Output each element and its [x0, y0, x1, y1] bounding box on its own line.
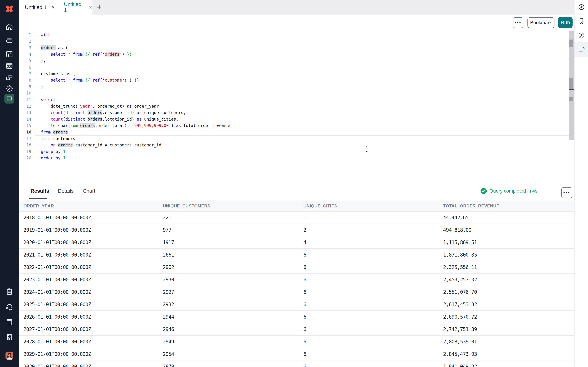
- code-token: [51, 130, 53, 134]
- code-line[interactable]: [41, 64, 567, 71]
- clipboard-icon[interactable]: [6, 288, 13, 296]
- code-line[interactable]: ): [41, 83, 567, 90]
- run-button-label: Run: [561, 20, 570, 25]
- table-row[interactable]: 2021-01-01T00:00:00.000Z266161,871,800.8…: [19, 249, 574, 261]
- bookmarks-icon[interactable]: [574, 14, 588, 28]
- table-row[interactable]: 2023-01-01T00:00:00.000Z293062,453,253.3…: [19, 274, 574, 286]
- dashboard-icon[interactable]: [6, 50, 13, 58]
- code-token: (: [70, 71, 75, 76]
- headset-support-icon[interactable]: [6, 303, 13, 311]
- table-row[interactable]: 2024-01-01T00:00:00.000Z292762,551,076.7…: [19, 286, 574, 298]
- new-tab-button[interactable]: +: [94, 2, 104, 12]
- bookmark-button[interactable]: Bookmark: [527, 17, 554, 28]
- query-status-text: Query completed in 4s: [489, 188, 537, 194]
- tab-close-icon[interactable]: ✕: [51, 4, 55, 10]
- code-line[interactable]: count(distinct orders.location_id) as un…: [41, 116, 567, 123]
- explore-compass-icon[interactable]: [574, 0, 588, 14]
- code-line[interactable]: date_trunc('year', ordered_at) as order_…: [41, 103, 567, 109]
- code-token: customers: [41, 71, 65, 76]
- tab-untitled-1[interactable]: Untitled 1 ✕: [19, 0, 56, 15]
- table-row[interactable]: 2027-01-01T00:00:00.000Z294662,742,751.3…: [19, 323, 574, 336]
- code-line[interactable]: from orders: [41, 129, 567, 135]
- sql-editor[interactable]: 1234567891011121314151617181920 withorde…: [19, 31, 574, 183]
- table-cell: 2020-01-01T00:00:00.000Z: [23, 236, 91, 248]
- table-cell: 2902: [163, 261, 174, 273]
- code-line[interactable]: [41, 90, 567, 96]
- code-token: [83, 78, 85, 83]
- table-row[interactable]: 2019-01-01T00:00:00.000Z9772494,818.00: [19, 224, 574, 236]
- table-row[interactable]: 2020-01-01T00:00:00.000Z191741,115,869.5…: [19, 236, 574, 249]
- table-row[interactable]: 2026-01-01T00:00:00.000Z294462,690,570.7…: [19, 311, 574, 323]
- code-token: ref: [93, 78, 100, 83]
- code-line[interactable]: [41, 38, 567, 45]
- tab-close-icon[interactable]: ✕: [88, 4, 93, 10]
- code-token: select: [41, 97, 56, 102]
- code-editor-icon[interactable]: [6, 62, 13, 70]
- table-cell: 2022-01-01T00:00:00.000Z: [23, 261, 91, 273]
- code-token: [56, 45, 58, 50]
- tab-results[interactable]: Results: [31, 183, 49, 199]
- tab-chart[interactable]: Chart: [83, 183, 95, 199]
- code-token: total_order_revenue: [181, 123, 230, 128]
- code-token: ): [171, 123, 176, 128]
- code-line[interactable]: count(distinct orders.customer_id) as un…: [41, 109, 567, 116]
- code-token: .customer_id = customers.customer_id: [73, 143, 161, 147]
- code-line[interactable]: orders as (: [41, 44, 567, 51]
- home-icon[interactable]: [6, 23, 13, 31]
- line-number: 15: [19, 122, 31, 129]
- column-header[interactable]: UNIQUE_CITIES: [303, 200, 337, 211]
- table-cell: 44,442.65: [443, 211, 468, 224]
- app-logo-icon[interactable]: [4, 4, 14, 14]
- code-line[interactable]: group by 1: [41, 148, 567, 155]
- mouse-ibeam-cursor: [365, 146, 369, 152]
- windows-icon[interactable]: [6, 74, 13, 81]
- table-cell: 2,690,570.72: [443, 311, 477, 323]
- table-row[interactable]: 2018-01-01T00:00:00.000Z221144,442.65: [19, 211, 574, 224]
- results-more-button[interactable]: •••: [561, 187, 572, 198]
- code-line[interactable]: select: [41, 96, 567, 103]
- code-token: 1: [63, 149, 66, 154]
- ai-assistant-icon[interactable]: [574, 42, 588, 57]
- line-number: 10: [19, 90, 31, 96]
- code-line[interactable]: to_char(sum(orders.order_total), '999,99…: [41, 122, 567, 129]
- table-row[interactable]: 2029-01-01T00:00:00.000Z295462,845,473.9…: [19, 348, 574, 360]
- line-number: 6: [19, 64, 31, 71]
- tab-untitled-2[interactable]: Untitled 1 ✕: [56, 0, 93, 15]
- more-options-button[interactable]: •••: [513, 17, 523, 28]
- compass-icon[interactable]: [6, 85, 13, 92]
- organization-building-icon[interactable]: [6, 333, 13, 341]
- code-line[interactable]: ),: [41, 58, 567, 64]
- column-header[interactable]: TOTAL_ORDER_REVENUE: [443, 200, 499, 211]
- code-line[interactable]: join customers: [41, 135, 567, 142]
- code-token: [41, 110, 51, 115]
- code-line[interactable]: select * from {{ ref('orders') }}: [41, 51, 567, 58]
- code-line[interactable]: order by 1: [41, 155, 567, 161]
- code-line[interactable]: select * from {{ ref('customers') }}: [41, 77, 567, 83]
- user-avatar[interactable]: [6, 352, 13, 359]
- editor-scrollbar[interactable]: [569, 31, 574, 140]
- history-clock-icon[interactable]: [574, 28, 588, 42]
- code-token: {{: [85, 52, 90, 57]
- code-line[interactable]: on orders.customer_id = customers.custom…: [41, 142, 567, 148]
- table-row[interactable]: 2025-01-01T00:00:00.000Z293262,617,453.3…: [19, 298, 574, 311]
- code-token: as: [176, 123, 181, 128]
- column-header[interactable]: ORDER_YEAR: [23, 200, 54, 211]
- table-cell: 6: [303, 323, 306, 335]
- docs-book-icon[interactable]: [6, 318, 13, 326]
- table-cell: 2,551,076.70: [443, 286, 477, 298]
- drawer-icon[interactable]: [6, 36, 13, 44]
- line-number: 7: [19, 71, 31, 77]
- table-row[interactable]: 2022-01-01T00:00:00.000Z290262,325,556.1…: [19, 261, 574, 274]
- tab-details[interactable]: Details: [58, 183, 74, 199]
- table-row[interactable]: 2028-01-01T00:00:00.000Z294962,808,539.0…: [19, 336, 574, 348]
- code-token: ),: [41, 58, 46, 63]
- line-number: 1: [19, 32, 31, 38]
- column-header[interactable]: UNIQUE_CUSTOMERS: [163, 200, 210, 211]
- code-line[interactable]: customers as (: [41, 71, 567, 77]
- code-line[interactable]: with: [41, 32, 567, 38]
- table-cell: 4: [303, 236, 306, 248]
- table-row[interactable]: 2030-01-01T00:00:00.000Z287961,841,049.3…: [19, 360, 574, 367]
- run-button[interactable]: Run: [558, 17, 572, 28]
- terminal-laptop-icon[interactable]: [6, 95, 13, 102]
- line-number: 5: [19, 58, 31, 64]
